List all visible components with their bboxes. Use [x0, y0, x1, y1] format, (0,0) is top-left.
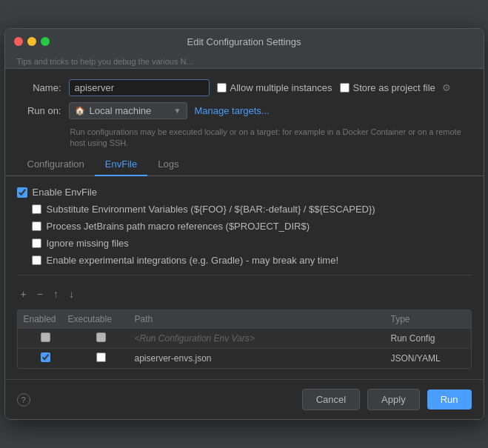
- store-project-checkbox[interactable]: [340, 83, 350, 93]
- help-button[interactable]: ?: [17, 393, 30, 407]
- traffic-lights: [14, 37, 50, 46]
- substitute-checkbox[interactable]: [32, 204, 41, 214]
- apply-button[interactable]: Apply: [367, 389, 420, 410]
- row1-type: Run Config: [391, 333, 465, 344]
- col-type: Type: [391, 314, 465, 324]
- substitute-option-row: Substitute Environment Variables (${FOO}…: [17, 204, 472, 215]
- row2-executable-cell: [68, 352, 135, 364]
- move-down-button[interactable]: ↓: [65, 287, 78, 301]
- hint-bar: Tips and tricks to help you debug the va…: [5, 55, 484, 69]
- envfile-table: Enabled Executable Path Type <Run Config…: [17, 310, 472, 369]
- gear-icon[interactable]: ⚙: [442, 82, 451, 93]
- chevron-down-icon: ▼: [174, 107, 181, 115]
- run-button[interactable]: Run: [427, 390, 472, 409]
- experimental-label: Enable experimental integrations (e.g. G…: [47, 255, 339, 266]
- ignore-missing-label: Ignore missing files: [47, 238, 129, 249]
- hint-text: Tips and tricks to help you debug the va…: [17, 57, 193, 66]
- cancel-button[interactable]: Cancel: [302, 389, 360, 410]
- envfile-tab-content: Enable EnvFile Substitute Environment Va…: [5, 176, 484, 379]
- row2-enabled-cell: [24, 352, 68, 364]
- run-on-label: Run on:: [17, 105, 61, 116]
- remove-button[interactable]: −: [33, 287, 47, 301]
- ignore-missing-checkbox[interactable]: [32, 238, 41, 248]
- tab-envfile[interactable]: EnvFile: [95, 153, 147, 176]
- row2-type: JSON/YAML: [391, 353, 465, 364]
- pathref-label: Process JetBrains path macro references …: [47, 221, 310, 232]
- row2-enabled-checkbox[interactable]: [41, 352, 50, 362]
- tab-logs[interactable]: Logs: [147, 153, 189, 176]
- allow-multiple-label: Allow multiple instances: [230, 82, 332, 93]
- move-up-button[interactable]: ↑: [50, 287, 62, 301]
- table-toolbar: + − ↑ ↓: [17, 284, 472, 304]
- manage-targets-link[interactable]: Manage targets...: [195, 105, 270, 116]
- store-project-label: Store as project file: [353, 82, 435, 93]
- table-row: apiserver-envs.json JSON/YAML: [18, 349, 471, 368]
- row1-enabled-checkbox: [41, 332, 50, 342]
- dialog-content: Name: Allow multiple instances Store as …: [5, 69, 484, 150]
- name-label: Name:: [17, 82, 61, 93]
- enable-envfile-row: Enable EnvFile: [17, 187, 472, 198]
- run-on-value: Local machine: [90, 105, 152, 116]
- col-enabled: Enabled: [24, 314, 68, 324]
- col-executable: Executable: [68, 314, 135, 324]
- pathref-option-row: Process JetBrains path macro references …: [17, 221, 472, 232]
- name-input[interactable]: [69, 79, 210, 96]
- allow-multiple-option: Allow multiple instances: [217, 82, 332, 93]
- dialog-footer: ? Cancel Apply Run: [5, 379, 484, 419]
- col-path: Path: [135, 314, 391, 324]
- maximize-button[interactable]: [41, 37, 50, 46]
- pathref-checkbox[interactable]: [32, 221, 41, 231]
- run-on-row: Run on: 🏠 Local machine ▼ Manage targets…: [17, 102, 472, 119]
- minimize-button[interactable]: [27, 37, 36, 46]
- edit-configuration-dialog: Edit Configuration Settings Tips and tri…: [4, 28, 484, 421]
- enable-envfile-checkbox[interactable]: [17, 187, 27, 198]
- run-on-dropdown[interactable]: 🏠 Local machine ▼: [69, 102, 187, 119]
- name-row: Name: Allow multiple instances Store as …: [17, 79, 472, 96]
- enable-envfile-label: Enable EnvFile: [33, 187, 97, 198]
- allow-multiple-checkbox[interactable]: [217, 83, 227, 93]
- table-row: <Run Configuration Env Vars> Run Config: [18, 329, 471, 349]
- row1-path: <Run Configuration Env Vars>: [135, 333, 391, 344]
- run-on-hint: Run configurations may be executed local…: [17, 127, 472, 150]
- tab-configuration[interactable]: Configuration: [17, 153, 95, 176]
- row2-path: apiserver-envs.json: [135, 353, 391, 364]
- title-bar: Edit Configuration Settings: [5, 29, 484, 55]
- close-button[interactable]: [14, 37, 23, 46]
- row1-executable-checkbox: [96, 332, 106, 342]
- store-project-option: Store as project file ⚙: [340, 82, 451, 93]
- add-button[interactable]: +: [17, 287, 30, 301]
- tabs-bar: Configuration EnvFile Logs: [5, 153, 484, 176]
- dialog-title: Edit Configuration Settings: [187, 36, 301, 47]
- row1-executable-cell: [68, 332, 135, 344]
- row2-executable-checkbox[interactable]: [96, 352, 106, 362]
- experimental-checkbox[interactable]: [32, 255, 41, 265]
- row1-enabled-cell: [24, 332, 68, 344]
- experimental-option-row: Enable experimental integrations (e.g. G…: [17, 255, 472, 266]
- table-header: Enabled Executable Path Type: [18, 310, 471, 329]
- house-icon: 🏠: [75, 106, 85, 116]
- substitute-label: Substitute Environment Variables (${FOO}…: [47, 204, 375, 215]
- ignore-missing-option-row: Ignore missing files: [17, 238, 472, 249]
- divider: [17, 275, 472, 275]
